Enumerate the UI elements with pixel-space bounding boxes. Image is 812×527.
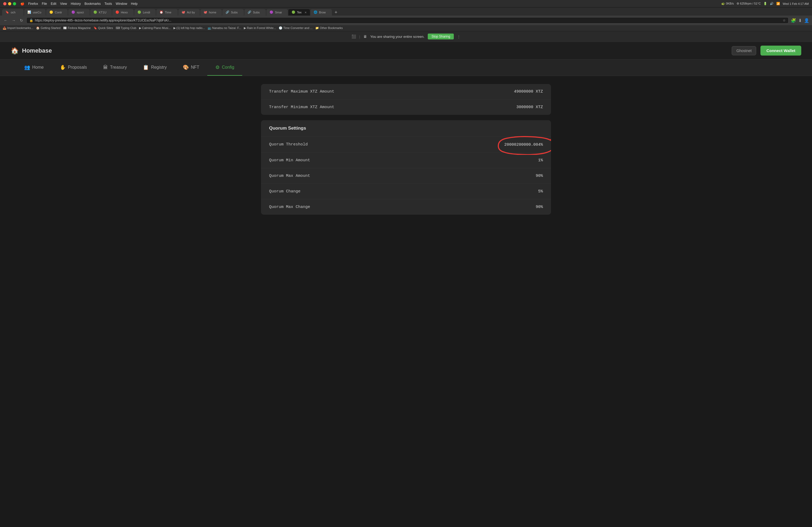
quorum-threshold-row: Quorum Threshold 20000200000.004% <box>261 137 551 153</box>
nft-icon: 🎨 <box>183 64 189 70</box>
logo-icon: 🏠 <box>11 47 19 55</box>
connect-wallet-button[interactable]: Connect Wallet <box>760 46 801 56</box>
tab-smar[interactable]: 🟣 Smar <box>266 9 288 16</box>
apple-menu[interactable]: 🍎 <box>20 2 25 6</box>
quorum-change-row: Quorum Change 5% <box>261 184 551 199</box>
edit-menu[interactable]: Edit <box>51 2 56 6</box>
bookmark-quick[interactable]: 🔖 Quick Sites <box>93 26 113 30</box>
forward-button[interactable]: → <box>11 18 17 23</box>
tab-favicon: 🟢 <box>137 11 141 14</box>
url-text[interactable]: https://deploy-preview-485--tezos-homeba… <box>35 18 781 22</box>
tab-label: Tex <box>297 11 302 14</box>
tab-brow[interactable]: 🌐 Brow <box>310 9 332 16</box>
nav-treasury[interactable]: 🏛 Treasury <box>95 60 135 76</box>
quorum-threshold-label: Quorum Threshold <box>269 142 308 147</box>
bookmark-nanatsu[interactable]: 📺 Nanatsu no Taizai: F... <box>207 26 241 30</box>
bookmarks-menu[interactable]: Bookmarks <box>85 2 101 6</box>
tab-label: Hexo <box>121 11 128 14</box>
quorum-min-value: 1% <box>538 158 543 163</box>
bookmark-lofi[interactable]: ▶ (1) lofi hip hop radio... <box>173 26 205 30</box>
tab-epoch[interactable]: 🟣 epoci <box>68 9 90 16</box>
back-button[interactable]: ← <box>3 18 9 23</box>
file-menu[interactable]: File <box>42 2 47 6</box>
profile-icon[interactable]: 👤 <box>804 18 809 23</box>
nav-home[interactable]: 👥 Home <box>16 60 52 76</box>
help-menu[interactable]: Help <box>131 2 138 6</box>
bookmark-fedora[interactable]: 📰 Fedora Magazine <box>63 26 91 30</box>
nav-nft[interactable]: 🎨 NFT <box>175 60 207 76</box>
bookmark-typing[interactable]: ⌨ Typing Club <box>116 26 136 30</box>
tab-label: Lendi <box>143 11 150 14</box>
tab-label: Acl by <box>187 11 195 14</box>
tab-favicon: 📊 <box>27 11 31 14</box>
quorum-max-row: Quorum Max Amount 90% <box>261 168 551 184</box>
transfer-settings-section: Transfer Maximum XTZ Amount 49000000 XTZ… <box>261 84 551 115</box>
menu-bar: 🍎 Firefox File Edit View History Bookmar… <box>20 2 137 6</box>
tab-kt1u[interactable]: 🟢 KT1U <box>90 9 112 16</box>
tab-time[interactable]: ⏰ Time <box>156 9 178 16</box>
treasury-icon: 🏛 <box>103 65 108 70</box>
bookmark-piano[interactable]: ▶ Calming Piano Musi... <box>139 26 171 30</box>
tab-useco[interactable]: 📊 useCo <box>24 9 46 16</box>
close-button[interactable] <box>3 2 6 5</box>
minimize-button[interactable] <box>8 2 11 5</box>
address-bar[interactable]: 🔒 https://deploy-preview-485--tezos-home… <box>26 17 789 24</box>
volume: 🔊 <box>770 2 773 5</box>
tab-favicon: 🟢 <box>93 11 97 14</box>
tab-lend[interactable]: 🟢 Lendi <box>134 9 156 16</box>
tab-acl[interactable]: 🐙 Acl by <box>178 9 200 16</box>
ghostnet-badge: Ghostnet <box>732 46 756 55</box>
nav-home-label: Home <box>32 65 44 70</box>
view-menu[interactable]: View <box>60 2 67 6</box>
nav-registry-label: Registry <box>151 65 167 70</box>
nav-config-label: Config <box>222 65 234 70</box>
tab-subs2[interactable]: 🔗 Subs <box>244 9 266 16</box>
tab-home[interactable]: 🐙 home <box>200 9 222 16</box>
content-area: Transfer Maximum XTZ Amount 49000000 XTZ… <box>245 76 567 228</box>
transfer-min-row: Transfer Minimum XTZ Amount 3000000 XTZ <box>261 100 551 115</box>
titlebar: 🍎 Firefox File Edit View History Bookmar… <box>0 0 812 7</box>
tab-label: home <box>209 11 216 14</box>
extensions-icon[interactable]: 🧩 <box>791 18 796 23</box>
download-icon[interactable]: ⬇ <box>798 18 802 23</box>
nav-registry[interactable]: 📋 Registry <box>135 60 175 76</box>
tab-och[interactable]: 🔖 och <box>2 9 24 16</box>
bookmark-time[interactable]: 🕐 Time Converter and ... <box>279 26 313 30</box>
window-menu[interactable]: Window <box>116 2 127 6</box>
tab-label: och <box>11 11 16 14</box>
nav-config[interactable]: ⚙ Config <box>207 60 242 76</box>
tab-contr[interactable]: 🟡 Contr <box>46 9 68 16</box>
quorum-threshold-value: 20000200000.004% <box>504 142 543 147</box>
tab-hex[interactable]: 🔴 Hexo <box>112 9 134 16</box>
nav-proposals[interactable]: ✋ Proposals <box>52 60 95 76</box>
tab-favicon: 🟡 <box>49 11 53 14</box>
firefox-menu[interactable]: Firefox <box>28 2 38 6</box>
stop-sharing-button[interactable]: Stop Sharing <box>428 33 454 40</box>
tab-close-icon[interactable]: ✕ <box>305 11 307 14</box>
tools-menu[interactable]: Tools <box>104 2 112 6</box>
tab-label: epoci <box>77 11 84 14</box>
bookmark-other[interactable]: 📁 Other Bookmarks <box>315 26 343 30</box>
tab-bar: 🔖 och 📊 useCo 🟡 Contr 🟣 epoci 🟢 KT1U 🔴 H… <box>0 7 812 16</box>
transfer-max-row: Transfer Maximum XTZ Amount 49000000 XTZ <box>261 84 551 100</box>
reload-button[interactable]: ↻ <box>19 18 24 23</box>
screen-share-options-icon[interactable]: ⋮ <box>457 35 461 39</box>
bookmark-started[interactable]: 🏠 Getting Started <box>36 26 60 30</box>
tab-subs1[interactable]: 🔗 Subs <box>222 9 244 16</box>
screen-share-icon: ⬛ <box>351 34 356 39</box>
new-tab-button[interactable]: + <box>332 10 340 15</box>
bookmark-rain[interactable]: ▶ Rain in Forest White... <box>244 26 276 30</box>
quorum-max-change-label: Quorum Max Change <box>269 205 310 209</box>
tab-label: Contr <box>55 11 62 14</box>
bookmarks-bar: 📥 Import bookmarks... 🏠 Getting Started … <box>0 25 812 31</box>
bookmark-import[interactable]: 📥 Import bookmarks... <box>3 26 33 30</box>
maximize-button[interactable] <box>13 2 16 5</box>
address-bar-row: ← → ↻ 🔒 https://deploy-preview-485--tezo… <box>0 16 812 25</box>
tab-favicon: 🐙 <box>204 11 207 14</box>
bookmark-star-icon[interactable]: ☆ <box>783 18 786 22</box>
battery: 🔋 <box>764 2 767 5</box>
logo-text: Homebase <box>22 47 52 54</box>
history-menu[interactable]: History <box>71 2 81 6</box>
tab-label: KT1U <box>99 11 106 14</box>
tab-tex[interactable]: 🟢 Tex ✕ <box>288 9 310 16</box>
